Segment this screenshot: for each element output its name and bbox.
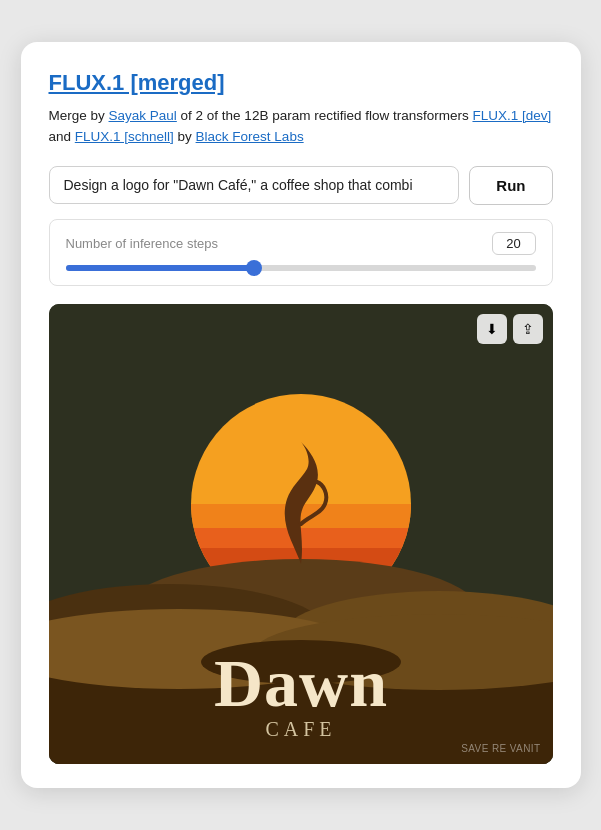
- black-forest-labs-link[interactable]: Black Forest Labs: [196, 129, 304, 144]
- desc-text-and: and: [49, 129, 75, 144]
- slider-thumb[interactable]: [246, 260, 262, 276]
- watermark-text: SAVE RE VANIT: [461, 743, 540, 754]
- share-button[interactable]: ⇪: [513, 314, 543, 344]
- desc-text-before-link1: Merge by: [49, 108, 109, 123]
- cafe-logo-svg: Dawn CAFE: [49, 304, 553, 764]
- main-card: FLUX.1 [merged] Merge by Sayak Paul of 2…: [21, 42, 581, 788]
- generated-image-container: ⬇ ⇪: [49, 304, 553, 764]
- model-title-link[interactable]: FLUX.1 [merged]: [49, 70, 225, 95]
- desc-text-by: by: [174, 129, 196, 144]
- svg-text:CAFE: CAFE: [265, 718, 336, 740]
- run-button[interactable]: Run: [469, 166, 552, 205]
- slider-label: Number of inference steps: [66, 236, 218, 251]
- slider-track-fill: [66, 265, 254, 271]
- slider-section: Number of inference steps 20: [49, 219, 553, 286]
- slider-track[interactable]: [66, 265, 536, 271]
- image-actions: ⬇ ⇪: [477, 314, 543, 344]
- slider-value: 20: [492, 232, 536, 255]
- download-button[interactable]: ⬇: [477, 314, 507, 344]
- share-icon: ⇪: [522, 321, 534, 337]
- prompt-row: Run: [49, 166, 553, 205]
- desc-text-between: of 2 of the 12B param rectified flow tra…: [177, 108, 473, 123]
- sayak-paul-link[interactable]: Sayak Paul: [109, 108, 177, 123]
- prompt-input[interactable]: [49, 166, 460, 204]
- svg-text:Dawn: Dawn: [213, 645, 387, 721]
- flux-dev-link[interactable]: FLUX.1 [dev]: [472, 108, 551, 123]
- download-icon: ⬇: [486, 321, 498, 337]
- model-description: Merge by Sayak Paul of 2 of the 12B para…: [49, 106, 553, 148]
- slider-header: Number of inference steps 20: [66, 232, 536, 255]
- flux-schnell-link[interactable]: FLUX.1 [schnell]: [75, 129, 174, 144]
